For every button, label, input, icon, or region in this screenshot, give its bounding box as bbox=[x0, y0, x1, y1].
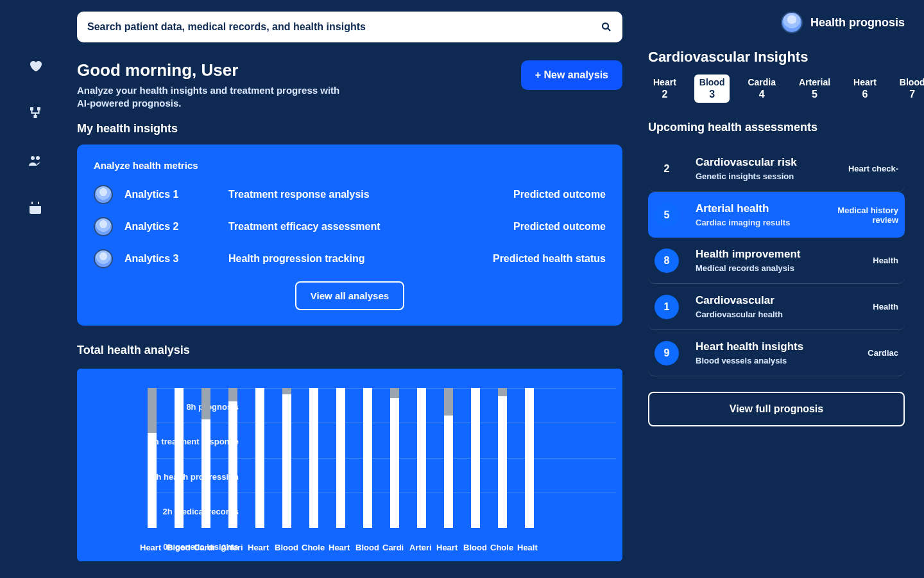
x-axis-label: Blood bbox=[463, 543, 472, 552]
chart-bar bbox=[498, 388, 507, 528]
avatar bbox=[94, 185, 113, 204]
assessment-tag: Health bbox=[828, 302, 898, 311]
metric-row[interactable]: Analytics 2Treatment efficacy assessment… bbox=[94, 217, 606, 236]
greeting-subtitle: Analyze your health insights and treatme… bbox=[77, 84, 353, 110]
people-icon[interactable] bbox=[28, 153, 43, 168]
metric-name: Analytics 1 bbox=[124, 189, 178, 200]
view-full-prognosis-button[interactable]: View full prognosis bbox=[648, 392, 905, 426]
avatar bbox=[94, 217, 113, 236]
view-all-analyses-button[interactable]: View all analyses bbox=[295, 281, 404, 310]
assessment-number: 2 bbox=[654, 157, 679, 181]
insight-tab[interactable]: Heart2 bbox=[648, 74, 681, 103]
metric-row[interactable]: Analytics 3Health progression trackingPr… bbox=[94, 249, 606, 268]
tab-number: 5 bbox=[799, 89, 830, 100]
tab-label: Blood bbox=[699, 77, 725, 87]
chart-bar bbox=[148, 388, 157, 528]
greeting-title: Good morning, User bbox=[77, 60, 353, 80]
assessment-title: Health improvement bbox=[696, 248, 817, 261]
chart-bar bbox=[282, 388, 291, 528]
nodes-icon[interactable] bbox=[28, 105, 43, 121]
x-axis-label: Blood bbox=[275, 543, 284, 552]
chart-bar bbox=[444, 388, 453, 528]
greeting: Good morning, User Analyze your health i… bbox=[77, 60, 353, 110]
avatar bbox=[781, 12, 803, 33]
x-axis-label: Arteri bbox=[221, 543, 230, 552]
insights-section-title: My health insights bbox=[77, 122, 622, 136]
insight-tab[interactable]: Heart6 bbox=[848, 74, 882, 103]
chart-bar bbox=[255, 388, 264, 528]
assessment-subtitle: Genetic insights session bbox=[696, 171, 817, 181]
health-analysis-chart: 8h prognosis6h treatment response4h heal… bbox=[77, 369, 622, 561]
insight-tab[interactable]: Blood3 bbox=[694, 74, 730, 103]
tab-number: 4 bbox=[748, 89, 776, 100]
assessment-number: 1 bbox=[654, 295, 679, 319]
assessment-item[interactable]: 8Health improvementMedical records analy… bbox=[648, 238, 905, 284]
avatar bbox=[94, 249, 113, 268]
svg-point-4 bbox=[36, 156, 40, 160]
assessment-subtitle: Blood vessels analysis bbox=[696, 356, 817, 365]
chart-bar bbox=[175, 388, 184, 528]
x-axis-label: Cardi bbox=[382, 543, 391, 552]
svg-rect-6 bbox=[30, 204, 41, 206]
metric-name: Analytics 2 bbox=[124, 221, 178, 232]
tab-number: 6 bbox=[853, 89, 877, 100]
chart-bar bbox=[417, 388, 426, 528]
insight-tab[interactable]: Cardia4 bbox=[742, 74, 781, 103]
metrics-card: Analyze health metrics Analytics 1Treatm… bbox=[77, 144, 622, 326]
insight-tabs: Heart2Blood3Cardia4Arterial5Heart6Blood7… bbox=[648, 74, 905, 103]
chart-bar bbox=[201, 388, 210, 528]
metric-name: Analytics 3 bbox=[124, 253, 178, 265]
assessment-subtitle: Cardiac imaging results bbox=[696, 218, 817, 227]
assessment-title: Heart health insights bbox=[696, 340, 817, 353]
insight-tab[interactable]: Arterial5 bbox=[794, 74, 835, 103]
chart-bar bbox=[363, 388, 372, 528]
x-axis-label: Blood bbox=[355, 543, 364, 552]
insight-tab[interactable]: Blood7 bbox=[894, 74, 924, 103]
metric-desc: Health progression tracking bbox=[228, 253, 490, 265]
user-chip[interactable]: Health prognosis bbox=[781, 12, 905, 33]
assessment-item[interactable]: 9Heart health insightsBlood vessels anal… bbox=[648, 330, 905, 376]
x-axis-label: Blood bbox=[167, 543, 176, 552]
metrics-card-title: Analyze health metrics bbox=[94, 160, 606, 171]
chart-bar bbox=[525, 388, 534, 528]
svg-rect-2 bbox=[34, 115, 37, 118]
search-icon bbox=[601, 21, 612, 33]
tab-label: Heart bbox=[653, 77, 676, 87]
calendar-icon[interactable] bbox=[28, 200, 43, 216]
assessment-item[interactable]: 5Arterial healthCardiac imaging resultsM… bbox=[648, 192, 905, 238]
metric-desc: Treatment response analysis bbox=[228, 189, 490, 200]
x-axis-label: Arteri bbox=[409, 543, 418, 552]
assessment-item[interactable]: 2Cardiovascular riskGenetic insights ses… bbox=[648, 146, 905, 192]
x-axis-label: Heart bbox=[436, 543, 445, 552]
heart-icon[interactable] bbox=[28, 58, 43, 73]
x-axis-label: Healt bbox=[517, 543, 526, 552]
chart-bar bbox=[471, 388, 480, 528]
sidebar bbox=[0, 0, 71, 578]
cardio-insights-title: Cardiovascular Insights bbox=[648, 49, 905, 66]
metric-outcome: Predicted health status bbox=[490, 253, 606, 265]
svg-point-3 bbox=[31, 156, 35, 160]
x-axis-label: Heart bbox=[140, 543, 149, 552]
tab-label: Blood bbox=[900, 77, 924, 87]
new-analysis-button[interactable]: + New analysis bbox=[521, 60, 622, 90]
tab-number: 7 bbox=[900, 89, 924, 100]
metric-outcome: Predicted outcome bbox=[490, 189, 606, 200]
upcoming-assessments-title: Upcoming health assessments bbox=[648, 121, 905, 134]
assessment-subtitle: Cardiovascular health bbox=[696, 310, 817, 319]
metric-row[interactable]: Analytics 1Treatment response analysisPr… bbox=[94, 185, 606, 204]
assessment-number: 9 bbox=[654, 341, 679, 365]
tab-label: Heart bbox=[853, 77, 877, 87]
tab-number: 2 bbox=[653, 89, 676, 100]
search-box[interactable] bbox=[77, 12, 622, 42]
assessment-number: 5 bbox=[654, 203, 679, 227]
assessment-title: Cardiovascular bbox=[696, 294, 817, 307]
chart-bar bbox=[309, 388, 318, 528]
assessment-tag: Health bbox=[828, 256, 898, 265]
assessment-title: Arterial health bbox=[696, 202, 817, 215]
x-axis-label: Heart bbox=[329, 543, 338, 552]
assessment-item[interactable]: 1CardiovascularCardiovascular healthHeal… bbox=[648, 284, 905, 330]
chart-bar bbox=[336, 388, 345, 528]
chart-bar bbox=[228, 388, 237, 528]
total-analysis-title: Total health analysis bbox=[77, 344, 622, 357]
search-input[interactable] bbox=[87, 21, 601, 33]
